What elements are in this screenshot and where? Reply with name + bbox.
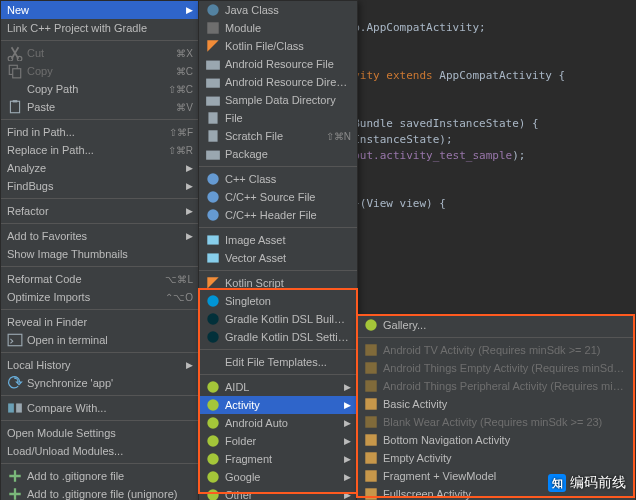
svg-rect-19 bbox=[206, 151, 220, 160]
menu-item-kotlin-file[interactable]: Kotlin File/Class bbox=[199, 37, 357, 55]
menu-item-basic-activity[interactable]: Basic Activity bbox=[357, 395, 635, 413]
menu-item-show-thumbs[interactable]: Show Image Thumbnails bbox=[1, 245, 199, 263]
menu-item-things-empty[interactable]: Android Things Empty Activity (Requires … bbox=[357, 359, 635, 377]
separator bbox=[199, 349, 357, 350]
svg-rect-46 bbox=[365, 398, 376, 409]
menu-item-find-in-path[interactable]: Find in Path... ⇧⌘F bbox=[1, 123, 199, 141]
menu-label: Add to .gitignore file bbox=[27, 470, 193, 482]
menu-item-other[interactable]: Other▶ bbox=[199, 486, 357, 500]
menu-item-image-asset[interactable]: Image Asset bbox=[199, 231, 357, 249]
menu-label: Vector Asset bbox=[225, 252, 351, 264]
menu-item-vector-asset[interactable]: Vector Asset bbox=[199, 249, 357, 267]
svg-rect-47 bbox=[365, 416, 376, 427]
menu-item-fragment[interactable]: Fragment▶ bbox=[199, 450, 357, 468]
menu-item-open-module[interactable]: Open Module Settings bbox=[1, 424, 199, 442]
menu-item-android-res-dir[interactable]: Android Resource Directory bbox=[199, 73, 357, 91]
svg-rect-50 bbox=[365, 470, 376, 481]
menu-item-reformat[interactable]: Reformat Code ⌥⌘L bbox=[1, 270, 199, 288]
menu-label: Paste bbox=[27, 101, 168, 113]
menu-item-gradle-build[interactable]: Gradle Kotlin DSL Build Script bbox=[199, 310, 357, 328]
activity-submenu: Gallery... Android TV Activity (Requires… bbox=[356, 315, 636, 500]
menu-label: Cut bbox=[27, 47, 168, 59]
menu-item-sync[interactable]: Synchronize 'app' bbox=[1, 374, 199, 392]
menu-item-activity[interactable]: Activity▶ bbox=[199, 396, 357, 414]
separator bbox=[199, 270, 357, 271]
menu-item-findbugs[interactable]: FindBugs ▶ bbox=[1, 177, 199, 195]
chevron-right-icon: ▶ bbox=[344, 400, 351, 410]
menu-item-cut[interactable]: Cut ⌘X bbox=[1, 44, 199, 62]
menu-item-link-cpp[interactable]: Link C++ Project with Gradle bbox=[1, 19, 199, 37]
menu-item-package[interactable]: Package bbox=[199, 145, 357, 163]
menu-item-reveal[interactable]: Reveal in Finder bbox=[1, 313, 199, 331]
menu-item-google[interactable]: Google▶ bbox=[199, 468, 357, 486]
menu-item-cpp-class[interactable]: C++ Class bbox=[199, 170, 357, 188]
menu-item-copy-path[interactable]: Copy Path ⇧⌘C bbox=[1, 80, 199, 98]
vector-icon bbox=[205, 251, 221, 265]
svg-rect-45 bbox=[365, 380, 376, 391]
chevron-right-icon: ▶ bbox=[186, 360, 193, 370]
menu-item-copy[interactable]: Copy ⌘C bbox=[1, 62, 199, 80]
menu-item-scratch[interactable]: Scratch File⇧⌘N bbox=[199, 127, 357, 145]
menu-label: Package bbox=[225, 148, 351, 160]
folder-icon bbox=[205, 75, 221, 89]
menu-item-add-favorites[interactable]: Add to Favorites ▶ bbox=[1, 227, 199, 245]
menu-item-gallery[interactable]: Gallery... bbox=[357, 316, 635, 334]
menu-item-add-gitignore[interactable]: Add to .gitignore file bbox=[1, 467, 199, 485]
menu-item-singleton[interactable]: Singleton bbox=[199, 292, 357, 310]
menu-item-blank-wear[interactable]: Blank Wear Activity (Requires minSdk >= … bbox=[357, 413, 635, 431]
kotlin-icon bbox=[205, 39, 221, 53]
menu-item-empty-activity[interactable]: Empty Activity bbox=[357, 449, 635, 467]
sync-icon bbox=[7, 376, 23, 390]
menu-item-cpp-hdr[interactable]: C/C++ Header File bbox=[199, 206, 357, 224]
menu-item-new[interactable]: New ▶ bbox=[1, 1, 199, 19]
java-icon bbox=[205, 3, 221, 17]
menu-item-open-terminal[interactable]: Open in terminal bbox=[1, 331, 199, 349]
separator bbox=[1, 40, 199, 41]
menu-item-file[interactable]: File bbox=[199, 109, 357, 127]
image-icon bbox=[205, 233, 221, 247]
menu-item-folder[interactable]: Folder▶ bbox=[199, 432, 357, 450]
menu-item-aidl[interactable]: AIDL▶ bbox=[199, 378, 357, 396]
menu-item-add-gitignore-un[interactable]: Add to .gitignore file (unignore) bbox=[1, 485, 199, 500]
file-icon bbox=[205, 111, 221, 125]
svg-rect-8 bbox=[16, 403, 22, 412]
menu-item-things-periph[interactable]: Android Things Peripheral Activity (Requ… bbox=[357, 377, 635, 395]
menu-item-android-tv[interactable]: Android TV Activity (Requires minSdk >= … bbox=[357, 341, 635, 359]
menu-item-gradle-settings[interactable]: Gradle Kotlin DSL Settings bbox=[199, 328, 357, 346]
menu-label: Java Class bbox=[225, 4, 351, 16]
menu-item-sample-data[interactable]: Sample Data Directory bbox=[199, 91, 357, 109]
module-icon bbox=[205, 21, 221, 35]
menu-item-kotlin-script[interactable]: Kotlin Script bbox=[199, 274, 357, 292]
new-submenu: Java Class Module Kotlin File/Class Andr… bbox=[198, 0, 358, 500]
menu-label: AIDL bbox=[225, 381, 338, 393]
kotlin-icon bbox=[205, 276, 221, 290]
menu-item-analyze[interactable]: Analyze ▶ bbox=[1, 159, 199, 177]
menu-item-paste[interactable]: Paste ⌘V bbox=[1, 98, 199, 116]
menu-item-android-auto[interactable]: Android Auto▶ bbox=[199, 414, 357, 432]
menu-item-module[interactable]: Module bbox=[199, 19, 357, 37]
menu-label: Android Resource Directory bbox=[225, 76, 351, 88]
menu-item-load-unload[interactable]: Load/Unload Modules... bbox=[1, 442, 199, 460]
svg-point-11 bbox=[207, 4, 218, 15]
svg-rect-3 bbox=[13, 69, 21, 78]
menu-item-refactor[interactable]: Refactor ▶ bbox=[1, 202, 199, 220]
menu-item-bottom-nav[interactable]: Bottom Navigation Activity bbox=[357, 431, 635, 449]
cpp-icon bbox=[205, 190, 221, 204]
shortcut: ⌥⌘L bbox=[165, 274, 193, 285]
cut-icon bbox=[7, 46, 23, 60]
svg-rect-15 bbox=[206, 79, 220, 88]
separator bbox=[1, 420, 199, 421]
menu-item-local-history[interactable]: Local History ▶ bbox=[1, 356, 199, 374]
menu-item-replace-in-path[interactable]: Replace in Path... ⇧⌘R bbox=[1, 141, 199, 159]
svg-point-35 bbox=[207, 489, 218, 500]
svg-rect-4 bbox=[10, 101, 19, 112]
menu-item-android-res-file[interactable]: Android Resource File bbox=[199, 55, 357, 73]
menu-item-edit-templates[interactable]: Edit File Templates... bbox=[199, 353, 357, 371]
template-icon bbox=[363, 397, 379, 411]
menu-item-compare[interactable]: Compare With... bbox=[1, 399, 199, 417]
cpp-icon bbox=[205, 208, 221, 222]
menu-item-cpp-src[interactable]: C/C++ Source File bbox=[199, 188, 357, 206]
menu-item-java-class[interactable]: Java Class bbox=[199, 1, 357, 19]
menu-item-optimize[interactable]: Optimize Imports ⌃⌥O bbox=[1, 288, 199, 306]
separator bbox=[1, 309, 199, 310]
